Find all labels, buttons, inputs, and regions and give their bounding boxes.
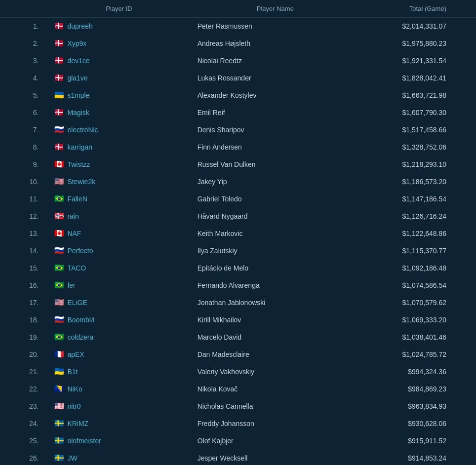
player-id-cell: 🇸🇪olofmeister <box>44 432 193 450</box>
rank-cell: 11. <box>0 191 44 208</box>
player-id-text[interactable]: electroNic <box>67 126 98 134</box>
rank-cell: 4. <box>0 70 44 87</box>
player-id-text[interactable]: Magisk <box>67 109 89 116</box>
player-id-text[interactable]: TACO <box>67 264 86 272</box>
table-header-row: Player ID Player Name Total (Game) <box>0 0 476 18</box>
table-row: 14.🇷🇺PerfectoIlya Zalutskiy$1,115,370.77 <box>0 242 476 260</box>
country-flag: 🇩🇰 <box>54 23 64 30</box>
player-id-text[interactable]: FalleN <box>67 195 87 203</box>
player-id-cell: 🇧🇷TACO <box>44 260 193 277</box>
table-row: 15.🇧🇷TACOEpitácio de Melo$1,092,186.48 <box>0 260 476 277</box>
player-name-header: Player Name <box>194 0 357 18</box>
rank-cell: 19. <box>0 329 44 346</box>
player-id-text[interactable]: Perfecto <box>67 247 93 255</box>
country-flag: 🇩🇰 <box>54 57 64 64</box>
table-row: 25.🇸🇪olofmeisterOlof Kajbjer$915,911.52 <box>0 432 476 450</box>
country-flag: 🇸🇪 <box>54 455 64 462</box>
total-cell: $1,663,721.98 <box>357 87 476 104</box>
player-id-text[interactable]: JW <box>67 454 77 462</box>
player-id-cell: 🇧🇷coldzera <box>44 329 193 346</box>
player-name-cell: Marcelo David <box>194 329 357 346</box>
player-id-text[interactable]: ELiGE <box>67 299 87 307</box>
country-flag: 🇳🇴 <box>54 213 64 220</box>
rank-cell: 9. <box>0 156 44 173</box>
player-name-cell: Kirill Mikhailov <box>194 311 357 329</box>
rank-cell: 26. <box>0 450 44 465</box>
table-row: 7.🇷🇺electroNicDenis Sharipov$1,517,458.6… <box>0 121 476 139</box>
player-id-text[interactable]: karrigan <box>67 143 92 151</box>
player-id-text[interactable]: dupreeh <box>67 22 92 30</box>
table-row: 11.🇧🇷FalleNGabriel Toledo$1,147,186.54 <box>0 191 476 208</box>
player-id-text[interactable]: NAF <box>67 230 81 237</box>
player-name-cell: Gabriel Toledo <box>194 191 357 208</box>
table-row: 3.🇩🇰dev1ceNicolai Reedtz$1,921,331.54 <box>0 52 476 70</box>
player-name-cell: Valeriy Vakhovskiy <box>194 363 357 381</box>
player-id-text[interactable]: nitr0 <box>67 402 80 410</box>
rank-cell: 12. <box>0 208 44 225</box>
table-row: 16.🇧🇷ferFernando Alvarenga$1,074,586.54 <box>0 277 476 294</box>
player-id-text[interactable]: gla1ve <box>67 74 87 82</box>
table-row: 21.🇺🇦B1tValeriy Vakhovskiy$994,324.36 <box>0 363 476 381</box>
rank-cell: 1. <box>0 18 44 35</box>
country-flag: 🇫🇷 <box>54 351 64 358</box>
player-name-cell: Keith Markovic <box>194 225 357 242</box>
total-cell: $1,115,370.77 <box>357 242 476 260</box>
player-name-cell: Jonathan Jablonowski <box>194 294 357 311</box>
player-id-cell: 🇷🇺Perfecto <box>44 242 193 260</box>
rank-cell: 20. <box>0 346 44 363</box>
player-id-text[interactable]: olofmeister <box>67 437 101 445</box>
rank-cell: 23. <box>0 398 44 415</box>
total-cell: $1,074,586.54 <box>357 277 476 294</box>
player-id-text[interactable]: apEX <box>67 350 84 358</box>
table-row: 23.🇺🇸nitr0Nicholas Cannella$963,834.93 <box>0 398 476 415</box>
player-id-text[interactable]: s1mple <box>67 91 89 99</box>
player-id-text[interactable]: KRiMZ <box>67 420 88 427</box>
player-id-text[interactable]: rain <box>67 212 79 220</box>
leaderboard-container: Player ID Player Name Total (Game) 1.🇩🇰d… <box>0 0 476 465</box>
player-id-text[interactable]: NiKo <box>67 385 82 393</box>
table-row: 5.🇺🇦s1mpleAlexander Kostylev$1,663,721.9… <box>0 87 476 104</box>
table-row: 12.🇳🇴rainHåvard Nygaard$1,126,716.24 <box>0 208 476 225</box>
player-id-cell: 🇷🇺Boombl4 <box>44 311 193 329</box>
total-cell: $1,975,880.23 <box>357 35 476 52</box>
table-row: 20.🇫🇷apEXDan Madesclaire$1,024,785.72 <box>0 346 476 363</box>
player-id-text[interactable]: fer <box>67 281 75 289</box>
player-id-cell: 🇺🇸nitr0 <box>44 398 193 415</box>
total-cell: $914,853.24 <box>357 450 476 465</box>
player-name-cell: Russel Van Dulken <box>194 156 357 173</box>
country-flag: 🇩🇰 <box>54 75 64 81</box>
player-id-cell: 🇺🇸ELiGE <box>44 294 193 311</box>
total-cell: $915,911.52 <box>357 432 476 450</box>
player-id-text[interactable]: Xyp9x <box>67 39 86 47</box>
leaderboard-table: Player ID Player Name Total (Game) 1.🇩🇰d… <box>0 0 476 465</box>
rank-cell: 18. <box>0 311 44 329</box>
table-row: 18.🇷🇺Boombl4Kirill Mikhailov$1,069,333.2… <box>0 311 476 329</box>
total-cell: $1,218,293.10 <box>357 156 476 173</box>
player-name-cell: Håvard Nygaard <box>194 208 357 225</box>
player-id-text[interactable]: B1t <box>67 368 78 376</box>
player-id-text[interactable]: dev1ce <box>67 57 89 65</box>
player-name-cell: Fernando Alvarenga <box>194 277 357 294</box>
table-row: 2.🇩🇰Xyp9xAndreas Højsleth$1,975,880.23 <box>0 35 476 52</box>
country-flag: 🇷🇺 <box>54 247 64 254</box>
total-cell: $1,186,573.20 <box>357 173 476 191</box>
player-id-cell: 🇩🇰dev1ce <box>44 52 193 70</box>
player-id-cell: 🇷🇺electroNic <box>44 121 193 139</box>
total-cell: $1,092,186.48 <box>357 260 476 277</box>
country-flag: 🇨🇦 <box>54 230 64 237</box>
country-flag: 🇧🇷 <box>54 265 64 271</box>
player-id-text[interactable]: Stewie2k <box>67 178 95 186</box>
total-cell: $930,628.06 <box>357 415 476 432</box>
total-cell: $1,517,458.66 <box>357 121 476 139</box>
rank-cell: 16. <box>0 277 44 294</box>
total-cell: $1,607,790.30 <box>357 104 476 121</box>
country-flag: 🇧🇷 <box>54 282 64 289</box>
player-id-text[interactable]: coldzera <box>67 333 93 341</box>
player-id-text[interactable]: Boombl4 <box>67 316 94 324</box>
total-cell: $1,147,186.54 <box>357 191 476 208</box>
country-flag: 🇩🇰 <box>54 144 64 151</box>
player-id-text[interactable]: Twistzz <box>67 160 90 168</box>
rank-cell: 6. <box>0 104 44 121</box>
player-name-cell: Peter Rasmussen <box>194 18 357 35</box>
total-cell: $984,869.23 <box>357 381 476 398</box>
